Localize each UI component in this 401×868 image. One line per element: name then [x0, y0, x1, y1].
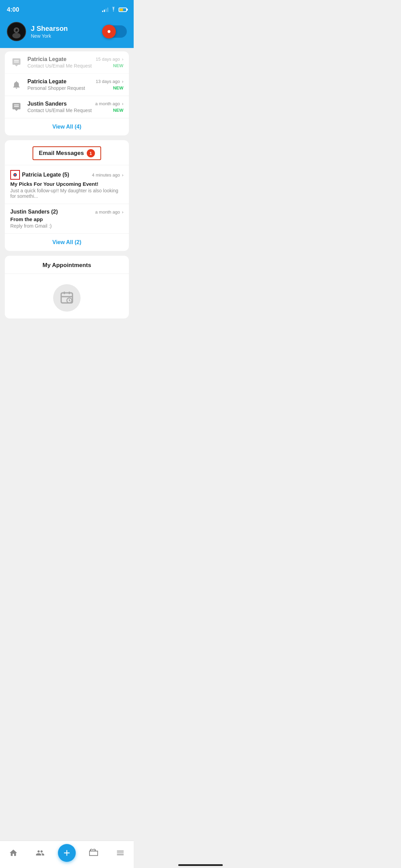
- svg-point-4: [15, 29, 16, 30]
- partial-new-badge: NEW: [113, 63, 123, 68]
- signal-icon: [102, 7, 108, 12]
- chevron-icon: ›: [122, 172, 123, 178]
- email-view-all[interactable]: View All (2): [5, 234, 129, 251]
- email-sender-2: Justin Sanders (2): [10, 209, 58, 215]
- user-location: New York: [31, 33, 68, 39]
- partial-request-type: Contact Us/Email Me Request: [27, 63, 96, 69]
- email-badge: 1: [87, 149, 95, 157]
- request-item-patricia-personal[interactable]: Patricia Legate Personal Shopper Request…: [5, 74, 129, 96]
- request-time-2: a month ago ›: [95, 101, 123, 106]
- status-bar: 4:00: [0, 0, 134, 17]
- partial-request-name: Patricia Legate: [27, 56, 96, 62]
- appointments-icon-circle: [53, 284, 81, 312]
- toggle-container[interactable]: [104, 25, 127, 38]
- avatar: [7, 22, 26, 41]
- chat-icon-2: [10, 101, 23, 113]
- request-name-2: Justin Sanders: [27, 101, 95, 107]
- email-subject-2: From the app: [10, 216, 123, 222]
- svg-point-3: [15, 29, 17, 31]
- email-time-1: 4 minutes ago ›: [92, 172, 123, 178]
- appointments-title: My Appointments: [10, 262, 123, 269]
- chevron-icon: ›: [122, 209, 123, 215]
- calendar-clock-icon: [59, 290, 74, 305]
- email-item-justin[interactable]: Justin Sanders (2) a month ago › From th…: [5, 204, 129, 234]
- status-time: 4:00: [7, 6, 19, 13]
- bell-icon: [10, 79, 23, 91]
- email-card: Email Messages 1 Patricia Legate (5) 4 m…: [5, 140, 129, 251]
- email-item-patricia[interactable]: Patricia Legate (5) 4 minutes ago › My P…: [5, 165, 129, 204]
- main-content: Patricia Legate Contact Us/Email Me Requ…: [0, 48, 134, 354]
- chat-icon: [10, 56, 23, 69]
- unread-indicator: [13, 173, 17, 177]
- partial-request-item[interactable]: Patricia Legate Contact Us/Email Me Requ…: [5, 51, 129, 74]
- appointments-header: My Appointments: [5, 256, 129, 274]
- user-name: J Shearson: [31, 25, 68, 33]
- wifi-icon: [110, 7, 117, 13]
- request-item-justin[interactable]: Justin Sanders Contact Us/Email Me Reque…: [5, 96, 129, 118]
- email-preview-1: Just a quick follow-up!! My daughter is …: [10, 188, 123, 199]
- svg-point-5: [12, 33, 21, 38]
- email-time-2: a month ago ›: [95, 209, 123, 215]
- header: J Shearson New York: [0, 17, 134, 48]
- email-preview-2: Reply from Gmail :): [10, 223, 123, 229]
- status-icons: [102, 7, 127, 13]
- svg-point-6: [108, 30, 110, 33]
- email-title: Email Messages: [39, 150, 84, 157]
- new-badge-1: NEW: [113, 85, 123, 91]
- appointments-card: My Appointments: [5, 256, 129, 318]
- new-badge-2: NEW: [113, 108, 123, 113]
- battery-icon: [119, 8, 127, 12]
- request-name-1: Patricia Legate: [27, 79, 96, 85]
- unread-dot-box: [10, 170, 20, 180]
- partial-request-time: 15 days ago ›: [96, 57, 123, 62]
- toggle-thumb[interactable]: [102, 25, 116, 38]
- email-subject-1: My Picks For Your Upcoming Event!: [10, 181, 123, 187]
- toggle-track[interactable]: [104, 25, 127, 38]
- appointments-empty: [5, 274, 129, 318]
- chevron-icon: ›: [122, 57, 123, 62]
- request-type-1: Personal Shopper Request: [27, 85, 96, 91]
- requests-view-all[interactable]: View All (4): [5, 118, 129, 135]
- request-time-1: 13 days ago ›: [96, 79, 123, 84]
- email-section-header: Email Messages 1: [5, 140, 129, 165]
- chevron-icon: ›: [122, 101, 123, 106]
- request-type-2: Contact Us/Email Me Request: [27, 108, 95, 113]
- requests-card: Patricia Legate Contact Us/Email Me Requ…: [5, 51, 129, 135]
- email-sender-1: Patricia Legate (5): [22, 172, 69, 178]
- email-header-box: Email Messages 1: [33, 146, 101, 160]
- chevron-icon: ›: [122, 79, 123, 84]
